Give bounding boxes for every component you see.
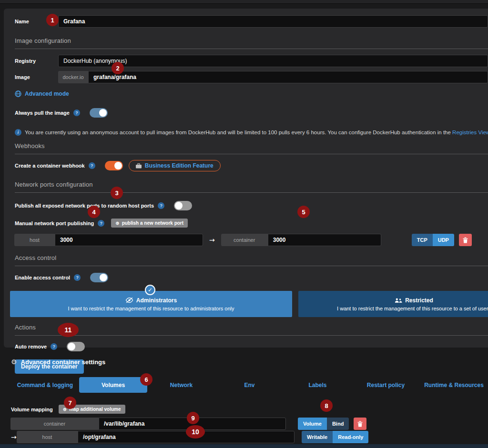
always-pull-label: Always pull the image <box>15 110 70 116</box>
previous-panel-edge <box>0 0 488 4</box>
map-additional-volume-button-label: map additional volume <box>69 407 121 412</box>
arrow-icon: → <box>11 433 17 441</box>
next-panel-edge <box>0 444 488 448</box>
tab-labels[interactable]: Labels <box>284 377 352 393</box>
annotation-4: 4 <box>88 206 100 218</box>
help-icon[interactable]: ? <box>89 162 95 169</box>
business-edition-badge: Business Edition Feature <box>129 160 221 171</box>
annotation-9: 9 <box>187 412 199 424</box>
administrators-desc: I want to restrict the management of thi… <box>68 306 234 311</box>
access-control-section-title: Access control <box>15 254 488 266</box>
delete-volume-button[interactable] <box>354 418 366 430</box>
access-control-toggle[interactable] <box>90 273 108 282</box>
volume-container-prefix: container <box>10 418 99 430</box>
manual-port-publishing-label: Manual network port publishing <box>15 220 94 226</box>
eye-slash-icon <box>125 297 133 303</box>
advanced-tabs: Command & logging Volumes Network Env La… <box>11 377 488 393</box>
advanced-settings-title: Advanced container settings <box>21 358 106 366</box>
registries-view-link[interactable]: Registries View <box>452 129 488 135</box>
volume-host-prefix: host <box>17 431 78 443</box>
image-label: Image <box>15 74 58 80</box>
help-icon[interactable]: ? <box>158 202 164 209</box>
tab-volumes[interactable]: Volumes <box>79 377 147 393</box>
image-configuration-section-title: Image configuration <box>15 37 488 49</box>
publish-new-port-button-label: publish a new network port <box>122 220 183 226</box>
restricted-desc: I want to restrict the management of thi… <box>337 306 488 311</box>
actions-section-title: Actions <box>15 324 488 336</box>
writable-button[interactable]: Writable <box>302 431 333 443</box>
gear-icon: ⚙ <box>11 358 17 366</box>
annotation-1: 1 <box>46 14 59 26</box>
plus-icon: ⊕ <box>115 220 119 226</box>
restricted-card[interactable]: Restricted I want to restrict the manage… <box>298 291 488 317</box>
volume-type-volume-button[interactable]: Volume <box>298 418 327 430</box>
pull-limit-info-banner: i You are currently using an anonymous a… <box>15 129 488 136</box>
volume-mapping-label: Volume mapping <box>11 407 53 412</box>
network-ports-section-title: Network ports configuration <box>15 181 488 193</box>
delete-port-button[interactable] <box>459 234 472 246</box>
advanced-mode-label: Advanced mode <box>25 90 69 97</box>
tab-runtime-resources[interactable]: Runtime & Resources <box>420 377 488 393</box>
globe-icon <box>15 90 21 97</box>
arrow-icon: → <box>209 236 215 244</box>
enable-access-control-label: Enable access control <box>15 275 70 280</box>
check-icon: ✓ <box>145 285 155 295</box>
annotation-7: 7 <box>64 397 76 409</box>
users-icon <box>395 298 402 303</box>
udp-button[interactable]: UDP <box>433 234 454 246</box>
tab-network[interactable]: Network <box>147 377 215 393</box>
create-webhook-label: Create a container webhook <box>15 163 85 169</box>
annotation-10: 10 <box>186 425 205 438</box>
name-input[interactable] <box>58 15 488 28</box>
trash-icon <box>357 421 363 427</box>
restricted-title: Restricted <box>405 297 433 304</box>
webhooks-section-title: Webhooks <box>15 142 488 154</box>
create-webhook-toggle[interactable] <box>105 161 123 170</box>
advanced-mode-link[interactable]: Advanced mode <box>15 90 488 97</box>
tab-command-logging[interactable]: Command & logging <box>11 377 79 393</box>
publish-new-port-button[interactable]: ⊕ publish a new network port <box>111 219 188 228</box>
trash-icon <box>463 237 468 243</box>
tcp-button[interactable]: TCP <box>412 234 433 246</box>
host-port-prefix: host <box>14 234 55 246</box>
image-input[interactable] <box>88 71 488 83</box>
administrators-card[interactable]: ✓ Administrators I want to restrict the … <box>10 291 292 317</box>
info-text: You are currently using an anonymous acc… <box>25 129 452 135</box>
volume-type-bind-button[interactable]: Bind <box>327 418 349 430</box>
always-pull-toggle[interactable] <box>90 108 108 118</box>
image-registry-prefix: docker.io <box>58 71 88 83</box>
tab-restart-policy[interactable]: Restart policy <box>352 377 420 393</box>
readonly-button[interactable]: Read-only <box>333 431 368 443</box>
annotation-5: 5 <box>297 206 310 218</box>
annotation-11: 11 <box>58 323 79 337</box>
tab-env[interactable]: Env <box>215 377 284 393</box>
annotation-2: 2 <box>112 62 124 74</box>
business-edition-badge-label: Business Edition Feature <box>145 162 214 169</box>
info-icon: i <box>15 129 21 136</box>
help-icon[interactable]: ? <box>98 220 104 227</box>
registry-label: Registry <box>15 58 58 64</box>
annotation-6: 6 <box>140 373 152 386</box>
help-icon[interactable]: ? <box>73 110 80 116</box>
create-container-form: Name Image configuration Registry Docker… <box>4 9 488 348</box>
annotation-8: 8 <box>320 399 333 412</box>
administrators-title: Administrators <box>136 297 177 304</box>
publish-all-label: Publish all exposed network ports to ran… <box>15 203 154 209</box>
advanced-container-settings: ⚙ Advanced container settings Command & … <box>0 348 488 443</box>
container-port-input[interactable] <box>268 234 381 246</box>
publish-all-toggle[interactable] <box>174 201 192 210</box>
briefcase-icon <box>136 163 142 169</box>
annotation-3: 3 <box>111 187 123 199</box>
host-port-input[interactable] <box>55 234 203 246</box>
help-icon[interactable]: ? <box>74 274 81 281</box>
container-port-prefix: container <box>221 234 268 246</box>
